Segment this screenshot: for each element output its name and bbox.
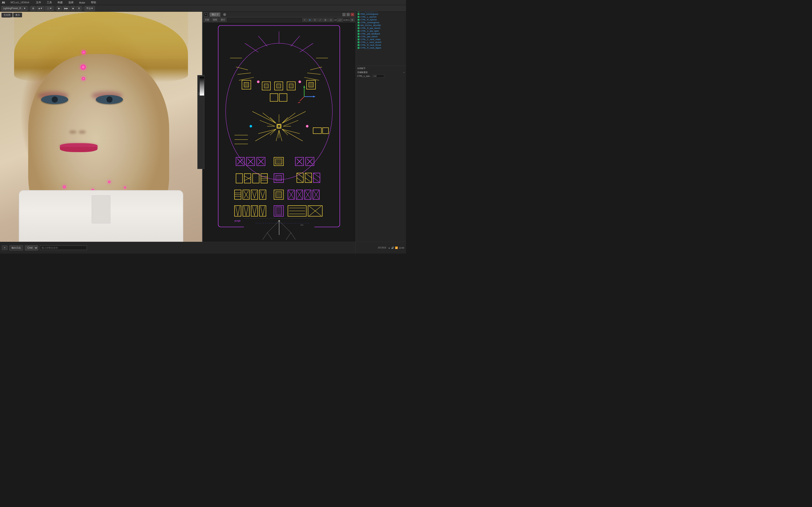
rig-scale-btn[interactable]: ⤢ — [318, 18, 322, 21]
rig-wireframe-btn[interactable]: 线框 — [211, 18, 218, 22]
ctrl-dot-forehead-low[interactable] — [82, 77, 85, 80]
tone-bar-2 — [200, 77, 204, 96]
record-btn[interactable]: ⬇ — [77, 6, 82, 11]
svg-rect-64 — [251, 206, 258, 216]
crown-line-far-right — [300, 43, 313, 52]
toolbar-camera-btn[interactable]: 🎥▼ — [45, 6, 54, 11]
ctrl-dot-collar-2[interactable] — [108, 181, 110, 183]
ue-logo-icon[interactable]: ≡ — [204, 13, 208, 16]
rig-minimize-btn[interactable]: _ — [342, 13, 346, 16]
outliner-item-11[interactable]: CTRL_L_neck_stretch — [356, 41, 406, 44]
outliner-item-8[interactable]: CTRL_jaw_feedback — [356, 33, 406, 35]
animation-section: 动画帧节 关键帧通道 × CTRL_L_eye... — [356, 66, 406, 79]
outliner-item-5[interactable]: MH_FACIAL_BOARD — [356, 24, 406, 27]
shirt-collar — [19, 190, 183, 242]
toolbar-mode-btn[interactable]: ◈▼ — [37, 6, 44, 11]
outliner-item-13[interactable]: CTRL_R_neck_digest — [356, 47, 406, 49]
rig-close-btn[interactable]: × — [351, 13, 354, 16]
brow-left-mid — [238, 73, 251, 74]
svg-line-25 — [297, 173, 303, 178]
rig-settings-btn[interactable]: ⚙ — [350, 18, 355, 21]
nostril-right — [79, 130, 86, 134]
main-3d-viewport[interactable]: 透视图 — [0, 12, 202, 242]
spoke-outer-dl — [255, 129, 276, 141]
svg-rect-61 — [243, 206, 250, 216]
play-btn[interactable]: ▶ — [57, 6, 62, 11]
cmd-dropdown[interactable]: Cmd — [25, 245, 38, 250]
console-input[interactable] — [40, 245, 87, 250]
show-btn[interactable]: 显示 — [13, 13, 22, 17]
rig-translate-btn[interactable]: ⊕ — [308, 18, 312, 21]
ctrl-pt-3 — [250, 125, 252, 127]
outliner-item-1[interactable]: FRM_convergence — [356, 13, 406, 15]
stop-btn[interactable]: ■ — [71, 6, 75, 11]
anim-ctrl-row: CTRL_L_eye... — [357, 74, 405, 78]
rig-rotate-btn[interactable]: ↻ — [313, 18, 317, 21]
rig-snap-size-btn[interactable]: △▽ — [337, 18, 343, 21]
ctrl-dot-collar-3[interactable] — [124, 186, 126, 188]
play-next-btn[interactable]: ▶▶ — [63, 6, 70, 11]
outliner-item-7[interactable]: CTRL_C_jaw_open — [356, 30, 406, 33]
outliner-item-2[interactable]: CTRL_L_eyeAim — [356, 15, 406, 18]
svg-rect-24 — [297, 173, 303, 182]
rig-snap-val: 0.25 — [344, 19, 348, 21]
no-light-btn[interactable]: 无光照 — [1, 13, 13, 17]
ctrl-value-input[interactable] — [372, 74, 384, 78]
spoke-outer-ul — [252, 111, 276, 123]
rig-view-right-btn[interactable]: 右面 — [203, 18, 210, 22]
spoke-right — [283, 120, 298, 126]
crown-line-left — [258, 36, 267, 46]
rig-maximize-btn[interactable]: □ — [347, 13, 350, 16]
cheek-ctrl-r2 — [322, 128, 328, 133]
rig-camera-btn[interactable]: 🎥 — [328, 18, 334, 21]
anim-close-btn[interactable]: × — [403, 71, 405, 74]
ctrl-dot-forehead-top[interactable] — [82, 50, 86, 54]
ctrl-dot-forehead-mid[interactable] — [81, 64, 86, 70]
output-log-btn[interactable]: 输出日志 — [9, 245, 23, 250]
outliner-item-12[interactable]: CTRL_R_neck_throat — [356, 44, 406, 47]
outliner-item-9[interactable]: CTRL_jaw_clench — [356, 35, 406, 38]
menu-actor[interactable]: Actor — [78, 1, 86, 4]
side-exposure-panel: m lip bit exp — [197, 75, 204, 169]
rig-tab-close-btn[interactable] — [223, 13, 226, 16]
nose-area — [69, 120, 86, 134]
nostril-left — [69, 130, 77, 134]
svg-line-28 — [305, 173, 312, 178]
menu-help[interactable]: 帮助 — [90, 0, 97, 5]
menu-build[interactable]: 构建 — [57, 0, 64, 5]
svg-line-66 — [254, 206, 257, 216]
spoke-outer-ur — [282, 111, 306, 123]
view-labels: 无光照 显示 — [0, 12, 23, 18]
rig-display-btn[interactable]: 显示 — [219, 18, 226, 22]
outliner-item-4[interactable]: CTRL_convergence — [356, 21, 406, 24]
svg-rect-58 — [235, 206, 241, 216]
toolbar-view-btn[interactable]: ⊞ — [31, 6, 36, 11]
rig-skeleton-preview: 10m — [244, 218, 314, 242]
svg-line-29 — [305, 178, 312, 182]
outliner-item-3[interactable]: CTRL_R_eyeAim — [356, 18, 406, 21]
svg-line-60 — [238, 206, 240, 216]
menu-file[interactable]: 文件 — [35, 0, 42, 5]
rig-canvas: purge XXXXXXXX — [203, 22, 355, 242]
brow-right-inner — [304, 77, 319, 80]
spoke-left — [260, 120, 275, 126]
gizmo-z-axis — [300, 97, 304, 101]
rig-tab-viewport2[interactable]: 视口 2 — [210, 12, 220, 17]
platform-btn[interactable]: 平台▼ — [85, 6, 95, 11]
nose-ul-line — [270, 117, 276, 123]
rig-window-controls: _ □ × — [342, 13, 354, 16]
rig-select-btn[interactable]: ↖ — [302, 18, 307, 21]
menu-select[interactable]: 选择 — [67, 0, 74, 5]
outliner-item-6[interactable]: CTRL_R_jaw_clench — [356, 27, 406, 30]
outliner-item-10[interactable]: CTRL_C_neck_mass — [356, 38, 406, 41]
rig-toolbar: 右面 线框 显示 ↖ ⊕ ↻ ⤢ ⊞ 🎥 10 △▽ 0.25 1 ⚙ — [203, 17, 355, 22]
app-logo: Ai — [2, 1, 5, 4]
bottom-close-btn[interactable]: × — [2, 245, 7, 250]
ctrl-dot-neck-left[interactable] — [63, 185, 66, 188]
menu-tools[interactable]: 工具 — [46, 0, 53, 5]
preset-dropdown[interactable]: LightingPreset_R... ▼ — [1, 6, 28, 11]
chin-center-inner — [276, 192, 282, 198]
rig-snap-btn[interactable]: ⊞ — [323, 18, 328, 21]
anim-filter-label: 关键帧通道 — [357, 71, 368, 74]
spoke-down-r — [279, 130, 282, 141]
